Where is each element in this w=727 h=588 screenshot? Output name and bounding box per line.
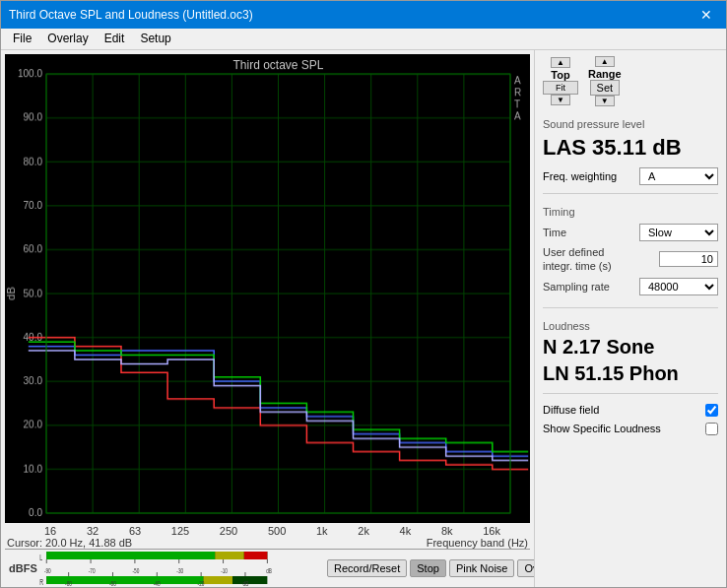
x-tick-4k: 4k [400,525,412,537]
svg-text:dB: dB [243,578,249,586]
time-row: Time Slow Fast Impulse [543,224,718,241]
loudness-line2: LN 51.15 Phon [543,362,718,385]
x-tick-125: 125 [171,525,189,537]
close-button[interactable]: ✕ [694,7,718,23]
time-label: Time [543,227,566,238]
sampling-rate-row: Sampling rate 48000 44100 96000 [543,278,718,295]
range-group: ▲ Range Set ▼ [588,56,622,106]
dbfs-label: dBFS [5,562,38,574]
x-tick-32: 32 [87,525,99,537]
loudness-line1: N 2.17 Sone [543,336,718,359]
menu-bar: File Overlay Edit Setup [1,29,726,50]
svg-text:-80: -80 [65,578,72,586]
timing-section: Time Slow Fast Impulse User defined inte… [543,224,718,299]
pink-noise-button[interactable]: Pink Noise [449,559,515,577]
top-spin-group: ▲ Top Fit ▼ [543,57,578,105]
svg-text:-20: -20 [198,578,205,586]
dbfs-scale: L -90 -70 [38,550,323,587]
chart-canvas [5,54,530,523]
window-title: Third Octave SPL and Loudness (Untitled.… [9,8,253,22]
svg-text:-50: -50 [133,565,140,574]
x-tick-1k: 1k [316,525,328,537]
svg-rect-4 [244,552,268,559]
svg-text:R: R [39,576,43,587]
show-specific-checkbox[interactable] [705,423,718,435]
x-tick-63: 63 [129,525,141,537]
timing-section-label: Timing [543,206,718,218]
svg-text:-60: -60 [109,578,116,586]
x-tick-8k: 8k [441,525,453,537]
top-up-button[interactable]: ▲ [551,57,570,68]
range-spin-buttons: ▲ [595,56,615,67]
range-label: Range [588,68,622,80]
x-axis-labels: 16 32 63 125 250 500 1k 2k 4k 8k 16k [5,525,530,537]
bottom-buttons: Record/Reset Stop Pink Noise Overlay B/W… [323,557,530,579]
menu-file[interactable]: File [5,31,39,47]
svg-text:-70: -70 [89,565,96,574]
divider-2 [543,307,718,308]
dbfs-svg: L -90 -70 [38,550,323,587]
menu-setup[interactable]: Setup [132,31,178,47]
diffuse-field-checkbox[interactable] [705,404,718,417]
freq-weighting-label: Freq. weighting [543,170,617,182]
right-panel: ▲ Top Fit ▼ ▲ Range Set ▼ Sound pressure… [534,50,726,587]
svg-text:dB: dB [266,565,272,574]
freq-weighting-row: Freq. weighting A C Z [543,167,718,185]
divider-1 [543,193,718,194]
svg-text:-40: -40 [154,578,161,586]
chart-area: 16 32 63 125 250 500 1k 2k 4k 8k 16k Cur… [1,50,534,587]
x-tick-2k: 2k [358,525,369,537]
record-reset-button[interactable]: Record/Reset [327,559,407,577]
chart-container [5,54,530,523]
x-tick-250: 250 [220,525,237,537]
svg-rect-20 [204,576,232,584]
sampling-select[interactable]: 48000 44100 96000 [639,278,718,295]
sampling-label: Sampling rate [543,281,610,293]
svg-rect-3 [215,552,243,559]
cursor-readout: Cursor: 20.0 Hz, 41.88 dB [7,537,132,549]
spl-section-label: Sound pressure level [543,118,718,130]
diffuse-field-label: Diffuse field [543,404,599,416]
main-content: 16 32 63 125 250 500 1k 2k 4k 8k 16k Cur… [1,50,726,587]
x-tick-16: 16 [44,525,56,537]
diffuse-field-row: Diffuse field [543,404,718,417]
spl-value: LAS 35.11 dB [543,136,718,160]
top-spin-buttons: ▲ [551,57,570,68]
x-axis-label: Frequency band (Hz) [427,537,528,549]
x-tick-500: 500 [268,525,286,537]
show-specific-label: Show Specific Loudness [543,423,661,434]
title-bar: Third Octave SPL and Loudness (Untitled.… [1,1,726,29]
svg-text:-10: -10 [221,565,228,574]
svg-text:-30: -30 [176,565,183,574]
time-select[interactable]: Slow Fast Impulse [639,224,718,241]
fit-button[interactable]: Fit [543,81,578,95]
range-down-button[interactable]: ▼ [595,96,615,106]
loudness-section-label: Loudness [543,320,718,332]
svg-rect-2 [46,552,215,559]
user-integ-label: User defined integr. time (s) [543,245,612,274]
top-range-controls: ▲ Top Fit ▼ ▲ Range Set ▼ [543,56,718,106]
stop-button[interactable]: Stop [410,559,446,577]
menu-edit[interactable]: Edit [97,31,133,47]
svg-text:L: L [39,552,42,562]
svg-text:-90: -90 [44,565,51,574]
set-button[interactable]: Set [590,80,621,96]
menu-overlay[interactable]: Overlay [39,31,96,47]
chart-status-bar: Cursor: 20.0 Hz, 41.88 dB Frequency band… [5,537,530,549]
divider-3 [543,393,718,394]
top-label: Top [551,69,569,81]
main-window: Third Octave SPL and Loudness (Untitled.… [0,0,727,588]
x-tick-16k: 16k [483,525,500,537]
top-down-button[interactable]: ▼ [551,95,570,105]
show-specific-row: Show Specific Loudness [543,423,718,435]
range-up-button[interactable]: ▲ [595,56,615,67]
freq-weighting-select[interactable]: A C Z [639,167,718,185]
dbfs-bar: dBFS L [5,549,530,586]
user-integ-row: User defined integr. time (s) [543,245,718,274]
user-integ-input[interactable] [659,251,718,267]
